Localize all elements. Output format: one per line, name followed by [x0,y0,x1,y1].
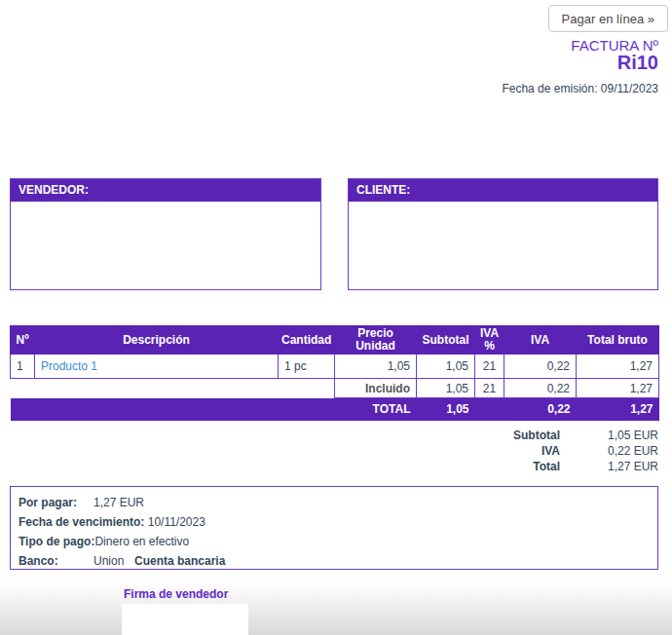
col-header-description: Descripción [35,326,279,355]
due-value: 1,27 EUR [93,493,144,512]
page-bottom-gradient [0,582,672,635]
deadline-label: Fecha de vencimiento: [19,512,144,532]
pay-online-button[interactable]: Pagar en línea » [548,5,668,32]
item-unit-price: 1,05 [335,355,417,379]
due-row: Por pagar:1,27 EUR [19,493,650,512]
col-header-vat: IVA [504,326,577,355]
col-header-quantity: Cantidad [279,326,335,355]
table-header-row: Nº Descripción Cantidad Precio Unidad Su… [11,326,659,355]
bank-row: Banco:UnionCuenta bancaria [19,551,650,571]
included-gross: 1,27 [577,379,659,398]
included-row: Incluido 1,05 21 0,22 1,27 [11,379,659,398]
due-label: Por pagar: [19,493,93,512]
client-box: CLIENTE: [348,178,658,290]
total-row: TOTAL 1,05 0,22 1,27 [11,398,659,421]
total-vat: 0,22 [504,398,577,421]
summary-total-value: 1,27 EUR [560,459,658,474]
bank-account-label: Cuenta bancaria [134,554,225,568]
item-quantity: 1 pc [279,355,335,379]
product-link[interactable]: Producto 1 [41,359,97,373]
payment-type-row: Tipo de pago:Dinero en efectivo [19,532,650,551]
payment-type-value: Dinero en efectivo [94,532,189,551]
invoice-number: Ri10 [617,52,658,74]
item-row: 1 Producto 1 1 pc 1,05 1,05 21 0,22 1,27 [11,355,659,379]
summary-total-row: Total 1,27 EUR [415,459,658,474]
col-header-unit-price: Precio Unidad [335,326,417,355]
included-vat-pct: 21 [475,379,504,398]
summary-total-label: Total [415,459,560,474]
payment-info-box: Por pagar:1,27 EUR Fecha de vencimiento:… [10,486,658,570]
deadline-value: 10/11/2023 [148,512,205,532]
summary-subtotal-row: Subtotal 1,05 EUR [415,428,658,443]
item-subtotal: 1,05 [417,355,475,379]
included-subtotal: 1,05 [417,379,475,398]
item-vat: 0,22 [504,355,577,379]
summary-vat-label: IVA [415,443,560,459]
totals-summary: Subtotal 1,05 EUR IVA 0,22 EUR Total 1,2… [415,428,658,474]
col-header-vat-pct: IVA % [475,326,504,355]
empty-cell [279,398,335,421]
payment-type-label: Tipo de pago: [19,532,94,551]
total-vat-pct-empty [475,398,504,421]
included-label: Incluido [335,379,417,398]
invoice-items-table: Nº Descripción Cantidad Precio Unidad Su… [10,325,659,421]
item-num: 1 [11,355,35,379]
seller-signature-label: Firma de vendedor [124,587,228,601]
summary-subtotal-label: Subtotal [415,428,560,443]
issue-date: Fecha de emisión: 09/11/2023 [502,82,658,95]
col-header-gross: Total bruto [577,326,659,355]
empty-cell [11,379,35,398]
seller-box-header: VENDEDOR: [11,179,320,202]
total-label: TOTAL [335,398,417,421]
empty-cell [11,398,35,421]
bank-name: Union [93,551,134,571]
summary-vat-value: 0,22 EUR [560,443,658,459]
included-vat: 0,22 [504,379,577,398]
item-gross: 1,27 [577,355,659,379]
col-header-subtotal: Subtotal [417,326,475,355]
summary-vat-row: IVA 0,22 EUR [415,443,658,459]
seller-box: VENDEDOR: [10,178,321,290]
item-vat-pct: 21 [475,355,504,379]
total-subtotal: 1,05 [417,398,475,421]
empty-cell [279,379,335,398]
item-description-cell: Producto 1 [35,355,279,379]
seller-signature-area [122,604,248,635]
col-header-num: Nº [11,326,35,355]
empty-cell [35,398,279,421]
total-gross: 1,27 [577,398,659,421]
empty-cell [35,379,279,398]
deadline-row: Fecha de vencimiento: 10/11/2023 [19,512,650,532]
summary-subtotal-value: 1,05 EUR [560,428,658,443]
bank-label: Banco: [19,551,93,571]
invoice-page: Pagar en línea » FACTURA Nº Ri10 Fecha d… [0,0,672,635]
client-box-header: CLIENTE: [349,179,657,202]
